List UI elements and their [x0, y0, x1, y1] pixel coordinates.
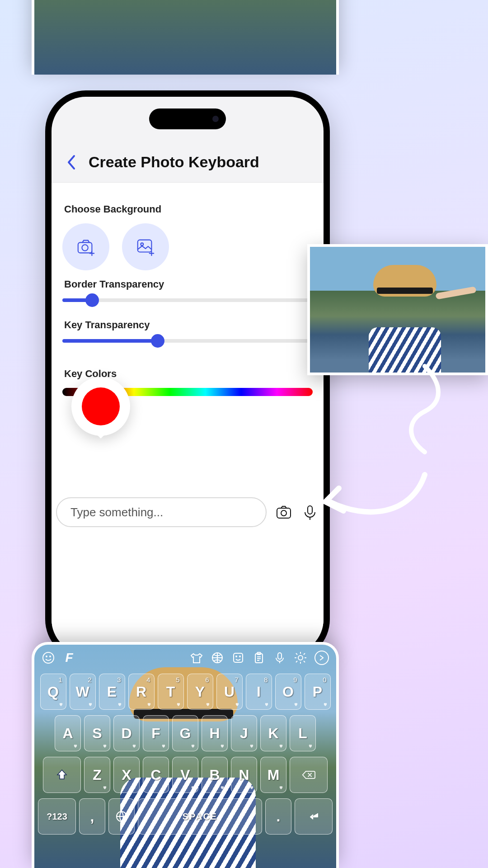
slider-thumb[interactable] [85, 293, 99, 307]
shift-key[interactable] [43, 757, 81, 793]
camera-add-icon [75, 236, 96, 257]
key-label: T [166, 684, 175, 700]
key-o[interactable]: 9O [275, 674, 301, 710]
key-c[interactable]: C [143, 757, 169, 793]
key-v[interactable]: V [172, 757, 198, 793]
key-label: U [224, 684, 235, 700]
chevron-left-icon [66, 154, 77, 170]
key-label: J [240, 725, 248, 742]
globe-key[interactable] [108, 798, 135, 835]
key-l[interactable]: L [290, 715, 316, 751]
globe-icon[interactable] [211, 651, 224, 665]
clipboard-icon[interactable] [252, 651, 266, 665]
key-secondary: 0 [323, 676, 326, 684]
label-choose-background: Choose Background [64, 203, 313, 215]
key-t[interactable]: 5T [158, 674, 184, 710]
key-d[interactable]: D [113, 715, 140, 751]
key-b[interactable]: B [202, 757, 228, 793]
key-label: A [62, 725, 73, 742]
key-s[interactable]: S [84, 715, 110, 751]
comma-key[interactable]: , [79, 798, 105, 835]
svg-rect-11 [234, 653, 243, 662]
key-y[interactable]: 6Y [187, 674, 213, 710]
key-secondary: 2 [88, 676, 91, 684]
key-label: Q [47, 684, 59, 700]
phone-screen: Create Photo Keyboard Choose Background [52, 97, 324, 654]
key-label: Z [93, 767, 102, 783]
key-label: S [92, 725, 102, 742]
space-key-label: SPACE [183, 811, 217, 822]
sticker-icon[interactable] [231, 651, 245, 665]
key-a[interactable]: A [55, 715, 81, 751]
key-q[interactable]: 1Q [40, 674, 66, 710]
key-r[interactable]: 4R [128, 674, 155, 710]
key-x[interactable]: X [113, 757, 140, 793]
phone-frame: Create Photo Keyboard Choose Background [45, 90, 330, 660]
hero-word-keyboard: Keyboard [32, 0, 339, 75]
key-f[interactable]: F [143, 715, 169, 751]
background-source-row [62, 223, 313, 270]
key-transparency-slider[interactable] [62, 339, 313, 343]
gallery-button[interactable] [122, 223, 169, 270]
backspace-key[interactable] [290, 757, 328, 793]
shift-icon [55, 768, 69, 782]
svg-point-3 [141, 243, 143, 245]
key-secondary: 3 [117, 676, 121, 684]
key-label: N [239, 767, 249, 783]
label-key-transparency: Key Transparency [64, 319, 313, 331]
key-label: R [136, 684, 146, 700]
keyboard-rows: 1Q2W3E4R5T6Y7U8I9O0P ASDFGHJKL ZXCVBNM ?… [34, 671, 336, 835]
keyboard-toolbar: F [34, 645, 336, 671]
key-secondary: 9 [293, 676, 297, 684]
key-g[interactable]: G [172, 715, 198, 751]
key-u[interactable]: 7U [216, 674, 243, 710]
key-label: K [268, 725, 278, 742]
key-label: C [150, 767, 161, 783]
numbers-key[interactable]: ?123 [38, 798, 76, 835]
key-label: F [151, 725, 160, 742]
key-label: P [313, 684, 322, 700]
key-label: Y [195, 684, 205, 700]
key-label: M [267, 767, 280, 783]
svg-point-13 [239, 656, 240, 657]
key-h[interactable]: H [202, 715, 228, 751]
content-area: Choose Background [52, 183, 324, 654]
shirt-icon[interactable] [190, 651, 203, 665]
keyboard-row-3: ZXCVBNM [38, 757, 333, 793]
camera-icon[interactable] [275, 503, 293, 521]
svg-rect-4 [277, 508, 291, 518]
period-key[interactable]: . [265, 798, 291, 835]
nav-bar: Create Photo Keyboard [52, 142, 324, 183]
keyboard-row-2: ASDFGHJKL [38, 715, 333, 751]
fonts-icon[interactable]: F [62, 651, 76, 665]
color-preview-popover [71, 377, 130, 436]
key-k[interactable]: K [260, 715, 286, 751]
key-m[interactable]: M [260, 757, 286, 793]
key-n[interactable]: N [231, 757, 257, 793]
page-title: Create Photo Keyboard [89, 153, 259, 171]
border-transparency-slider[interactable] [62, 298, 313, 302]
svg-point-17 [298, 656, 303, 660]
key-label: H [209, 725, 220, 742]
gear-icon[interactable] [294, 651, 307, 665]
typing-input[interactable]: Type something... [56, 497, 267, 527]
space-key[interactable]: SPACE [138, 798, 262, 835]
label-border-transparency: Border Transparency [64, 278, 313, 290]
hero-title: Photo Keyboard [0, 18, 488, 75]
camera-button[interactable] [62, 223, 109, 270]
key-p[interactable]: 0P [305, 674, 331, 710]
enter-key[interactable] [295, 798, 333, 835]
numbers-key-label: ?123 [47, 811, 67, 822]
mic-icon[interactable] [273, 651, 286, 665]
key-i[interactable]: 8I [246, 674, 272, 710]
slider-thumb[interactable] [151, 334, 164, 348]
smile-icon[interactable] [42, 651, 55, 665]
key-e[interactable]: 3E [99, 674, 125, 710]
next-icon[interactable] [314, 651, 329, 665]
key-z[interactable]: Z [84, 757, 110, 793]
back-button[interactable] [62, 153, 80, 171]
key-label: W [75, 684, 89, 700]
keyboard-preview: F 1Q2W3E4R5T6Y7U8I9O0P ASDFGHJKL ZXCVBNM… [32, 642, 339, 868]
key-w[interactable]: 2W [70, 674, 96, 710]
key-j[interactable]: J [231, 715, 257, 751]
